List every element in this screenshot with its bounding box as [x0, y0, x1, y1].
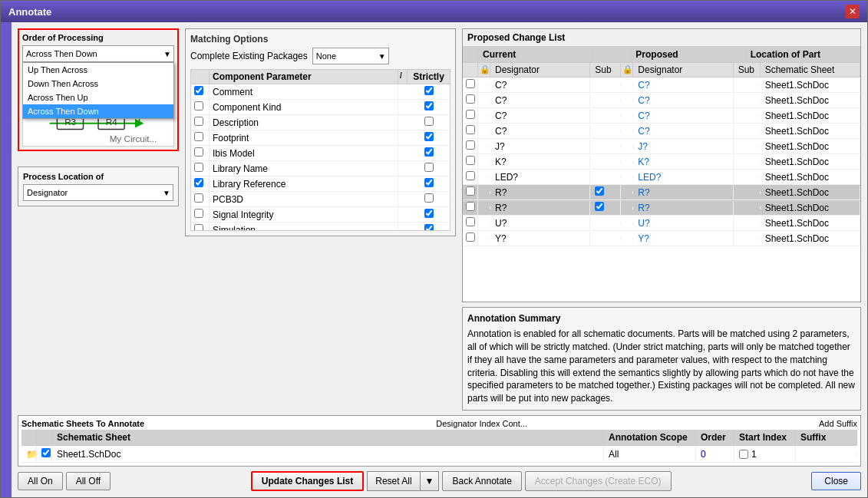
- sheet1-start-index-check[interactable]: [739, 450, 748, 459]
- pcl-sub-check-r2[interactable]: [595, 202, 604, 211]
- svg-text:My Circuit...: My Circuit...: [110, 134, 157, 143]
- reset-all-button[interactable]: Reset All: [367, 471, 419, 491]
- pcl-sub-check-r1[interactable]: [595, 186, 604, 196]
- all-on-button[interactable]: All On: [18, 472, 63, 490]
- param-check-kind[interactable]: [194, 101, 203, 110]
- pcl-sheet-led: Sheet1.SchDoc: [761, 170, 860, 184]
- param-row-simulation: Simulation: [191, 223, 450, 230]
- dialog-close-button[interactable]: Close: [811, 472, 861, 490]
- param-check-signal[interactable]: [194, 209, 203, 218]
- reset-all-dropdown[interactable]: ▼: [420, 471, 440, 491]
- pcl-check-k[interactable]: [466, 156, 475, 165]
- pcl-sheet-j: Sheet1.SchDoc: [761, 140, 860, 153]
- pcl-check-y[interactable]: [466, 233, 475, 242]
- pcl-row-c3: C? C? Sheet1.SchDoc: [463, 108, 860, 124]
- pcl-check-j[interactable]: [466, 140, 475, 150]
- dropdown-item-up-then-across[interactable]: Up Then Across: [23, 63, 173, 77]
- schematic-sheets-title: Schematic Sheets To Annotate: [21, 419, 144, 428]
- title-bar: Annotate ✕: [1, 1, 867, 22]
- order-dropdown-wrapper: Across Then Down Up Then Across Down The…: [22, 45, 174, 62]
- pcl-proposed-des-c4: C?: [633, 124, 733, 138]
- param-strictly-ibis[interactable]: [424, 147, 434, 157]
- pcl-row-j: J? J? Sheet1.SchDoc: [463, 139, 860, 154]
- complete-existing-select[interactable]: None: [312, 48, 389, 64]
- order-of-processing-select[interactable]: Across Then Down Up Then Across Down The…: [22, 45, 174, 62]
- pcl-body: C? C? Sheet1.SchDoc C?: [463, 78, 860, 302]
- param-check-footprint[interactable]: [194, 132, 203, 141]
- dropdown-item-down-then-across[interactable]: Down Then Across: [23, 77, 173, 91]
- close-icon[interactable]: ✕: [846, 5, 860, 18]
- param-strictly-simulation[interactable]: [424, 224, 434, 230]
- sheet1-check[interactable]: [41, 448, 51, 457]
- param-check-simulation[interactable]: [194, 224, 203, 230]
- update-changes-button[interactable]: Update Changes List: [251, 471, 364, 491]
- pcl-check-r1[interactable]: [466, 186, 475, 196]
- sheet1-name: Sheet1.SchDoc: [52, 447, 604, 462]
- pcl-proposed-des-c3: C?: [633, 109, 733, 123]
- pcl-proposed-sub-c1: [734, 84, 761, 87]
- accept-changes-button[interactable]: Accept Changes (Create ECO): [525, 471, 672, 491]
- th-strictly: Strictly: [408, 70, 450, 84]
- pcl-proposed-des-u: U?: [633, 216, 733, 230]
- param-check-pcb3d[interactable]: [194, 193, 203, 203]
- pcl-check-c3[interactable]: [466, 110, 475, 119]
- process-location-title: Process Location of: [23, 172, 173, 181]
- pcl-proposed-des-r1: R?: [633, 186, 733, 200]
- pcl-sheet-k: Sheet1.SchDoc: [761, 155, 860, 169]
- pcl-check-c4[interactable]: [466, 125, 475, 134]
- sheet1-scope: All: [604, 447, 696, 462]
- param-strictly-signal[interactable]: [424, 209, 434, 218]
- back-annotate-button[interactable]: Back Annotate: [442, 471, 521, 491]
- annotation-summary-text: Annotation is enabled for all schematic …: [467, 328, 856, 405]
- pcl-current-des-c1: C?: [490, 78, 590, 92]
- annotation-summary-title: Annotation Summary: [467, 312, 856, 325]
- pcl-row-k: K? K? Sheet1.SchDoc: [463, 154, 860, 170]
- order-dropdown-list[interactable]: Up Then Across Down Then Across Across T…: [22, 62, 174, 119]
- pcl-row-y: Y? Y? Sheet1.SchDoc: [463, 231, 860, 246]
- pcl-sh-sub-current: Sub: [590, 63, 621, 77]
- params-table-body: Comment Component Kind: [191, 84, 450, 230]
- bottom-controls: All On All Off Update Changes List Reset…: [18, 467, 861, 491]
- top-section: Order of Processing Across Then Down Up …: [18, 28, 861, 411]
- main-area: Order of Processing Across Then Down Up …: [12, 22, 867, 497]
- pcl-current-des-u: U?: [490, 216, 590, 230]
- param-check-comment[interactable]: [194, 86, 203, 95]
- pcl-sheet-c3: Sheet1.SchDoc: [761, 109, 860, 123]
- param-strictly-lib-ref[interactable]: [424, 178, 434, 187]
- pcl-row-c2: C? C? Sheet1.SchDoc: [463, 93, 860, 108]
- pcl-sheet-c2: Sheet1.SchDoc: [761, 94, 860, 107]
- middle-panel: Matching Options Complete Existing Packa…: [185, 28, 456, 411]
- bth-order: Order: [696, 430, 734, 445]
- param-check-description[interactable]: [194, 117, 203, 126]
- param-check-lib-ref[interactable]: [194, 178, 203, 187]
- param-check-library-name[interactable]: [194, 163, 203, 172]
- pcl-check-r2[interactable]: [466, 202, 475, 211]
- proposed-change-list: Proposed Change List Current Proposed Lo…: [462, 28, 861, 302]
- param-strictly-footprint[interactable]: [424, 132, 434, 141]
- pcl-current-des-y: Y?: [490, 232, 590, 246]
- component-params-table: Component Parameter / Strictly Comment: [190, 69, 451, 231]
- pcl-th-proposed: Proposed: [631, 47, 745, 62]
- pcl-check-led[interactable]: [466, 171, 475, 180]
- param-row-pcb3d: PCB3D: [191, 192, 450, 207]
- pcl-proposed-des-c1: C?: [633, 78, 733, 92]
- param-row-description: Description: [191, 115, 450, 130]
- param-strictly-description[interactable]: [424, 117, 434, 126]
- param-strictly-library-name[interactable]: [424, 163, 434, 172]
- designator-index-title: Designator Index Cont...: [436, 419, 527, 428]
- param-strictly-pcb3d[interactable]: [424, 193, 434, 203]
- param-strictly-comment[interactable]: [424, 86, 434, 95]
- dropdown-item-across-then-up[interactable]: Across Then Up: [23, 91, 173, 104]
- dropdown-item-across-then-down[interactable]: Across Then Down: [23, 104, 173, 118]
- pcl-check-u[interactable]: [466, 217, 475, 226]
- pcl-sheet-r1: Sheet1.SchDoc: [761, 186, 860, 200]
- process-location-select[interactable]: Designator: [23, 184, 173, 201]
- param-check-ibis[interactable]: [194, 147, 203, 157]
- pcl-check-c1[interactable]: [466, 79, 475, 88]
- pcl-sh-designator-current: Designator: [490, 63, 590, 77]
- matching-options-title: Matching Options: [190, 34, 451, 45]
- param-strictly-kind[interactable]: [424, 101, 434, 110]
- pcl-check-c2[interactable]: [466, 94, 475, 104]
- all-off-button[interactable]: All Off: [66, 472, 111, 490]
- pcl-sh-sub-proposed: Sub: [734, 63, 761, 77]
